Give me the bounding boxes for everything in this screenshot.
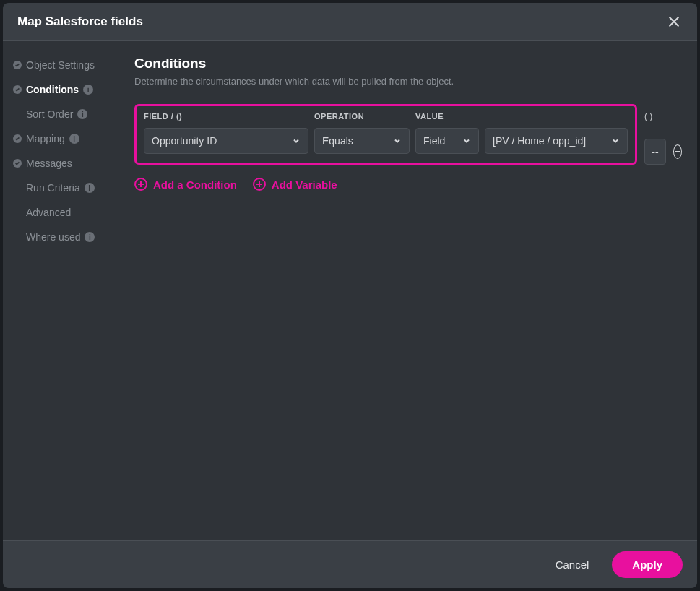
- parens-label: ( ): [644, 111, 666, 121]
- add-variable-label: Add Variable: [272, 178, 337, 191]
- operation-select-value: Equals: [322, 135, 353, 147]
- sidebar-item-where-used[interactable]: Where used i: [3, 225, 118, 249]
- sidebar-item-mapping[interactable]: Mapping i: [3, 126, 118, 151]
- value-type-select[interactable]: Field: [415, 128, 479, 154]
- sidebar-item-label: Sort Order: [26, 108, 73, 120]
- close-button[interactable]: [665, 13, 683, 30]
- dash-text: --: [652, 146, 658, 158]
- sidebar-item-label: Where used: [26, 231, 80, 243]
- chevron-down-icon: [462, 137, 471, 145]
- sidebar-item-label: Messages: [26, 158, 72, 169]
- modal-title: Map Salesforce fields: [17, 14, 143, 29]
- sidebar-item-conditions[interactable]: Conditions i: [3, 77, 118, 102]
- check-icon: [13, 159, 22, 168]
- modal-dialog: Map Salesforce fields Object Settings Co…: [3, 3, 697, 588]
- apply-button[interactable]: Apply: [612, 551, 683, 578]
- plus-circle-icon: [134, 178, 147, 191]
- modal-footer: Cancel Apply: [3, 540, 697, 588]
- field-column: FIELD / () Opportunity ID: [144, 112, 308, 154]
- sidebar-item-label: Conditions: [26, 84, 79, 95]
- add-condition-button[interactable]: Add a Condition: [134, 178, 237, 191]
- sidebar-item-advanced[interactable]: Advanced: [3, 200, 118, 225]
- chevron-down-icon: [393, 137, 402, 145]
- cancel-label: Cancel: [556, 558, 589, 571]
- value-type-value: Field: [423, 135, 445, 147]
- modal-header: Map Salesforce fields: [3, 3, 697, 41]
- parens-column: ( ) --: [644, 111, 666, 165]
- apply-label: Apply: [632, 558, 662, 571]
- value-select[interactable]: [PV / Home / opp_id]: [485, 128, 628, 154]
- sidebar-item-run-criteria[interactable]: Run Criteria i: [3, 176, 118, 200]
- value-label: VALUE: [415, 112, 628, 121]
- info-badge: i: [69, 134, 79, 144]
- info-badge: i: [85, 232, 95, 242]
- condition-highlight: FIELD / () Opportunity ID OPERATION Equa…: [134, 104, 637, 165]
- sidebar-item-label: Run Criteria: [26, 182, 80, 194]
- content-panel: Conditions Determine the circumstances u…: [118, 41, 697, 540]
- sidebar-item-sort-order[interactable]: Sort Order i: [3, 102, 118, 126]
- close-icon: [667, 14, 681, 29]
- operation-column: OPERATION Equals: [314, 112, 410, 154]
- field-select-value: Opportunity ID: [152, 135, 217, 147]
- info-badge: i: [83, 85, 93, 95]
- sidebar-item-label: Advanced: [26, 207, 71, 218]
- sidebar-item-label: Mapping: [26, 133, 65, 144]
- plus-circle-icon: [253, 178, 266, 191]
- actions-row: Add a Condition Add Variable: [134, 178, 681, 191]
- condition-row: FIELD / () Opportunity ID OPERATION Equa…: [134, 104, 681, 165]
- sidebar: Object Settings Conditions i Sort Order …: [3, 41, 118, 540]
- sidebar-item-messages[interactable]: Messages: [3, 151, 118, 176]
- field-select[interactable]: Opportunity ID: [144, 128, 308, 154]
- value-select-value: [PV / Home / opp_id]: [493, 135, 586, 147]
- minus-icon: [674, 148, 681, 155]
- add-variable-button[interactable]: Add Variable: [253, 178, 337, 191]
- remove-condition-button[interactable]: [673, 144, 682, 159]
- info-badge: i: [77, 109, 87, 119]
- parens-button[interactable]: --: [644, 139, 666, 165]
- cancel-button[interactable]: Cancel: [545, 553, 600, 577]
- operation-select[interactable]: Equals: [314, 128, 410, 154]
- check-icon: [13, 134, 22, 143]
- field-label: FIELD / (): [144, 112, 308, 121]
- page-title: Conditions: [134, 56, 681, 72]
- chevron-down-icon: [292, 137, 301, 145]
- add-condition-label: Add a Condition: [153, 178, 237, 191]
- sidebar-item-label: Object Settings: [26, 59, 95, 71]
- operation-label: OPERATION: [314, 112, 410, 121]
- page-description: Determine the circumstances under which …: [134, 76, 681, 87]
- check-icon: [13, 61, 22, 69]
- modal-body: Object Settings Conditions i Sort Order …: [3, 41, 697, 540]
- info-badge: i: [85, 183, 95, 193]
- sidebar-item-object-settings[interactable]: Object Settings: [3, 53, 118, 77]
- check-icon: [13, 85, 22, 94]
- value-column: VALUE Field [PV / Home / opp_id]: [415, 112, 628, 154]
- chevron-down-icon: [611, 137, 620, 145]
